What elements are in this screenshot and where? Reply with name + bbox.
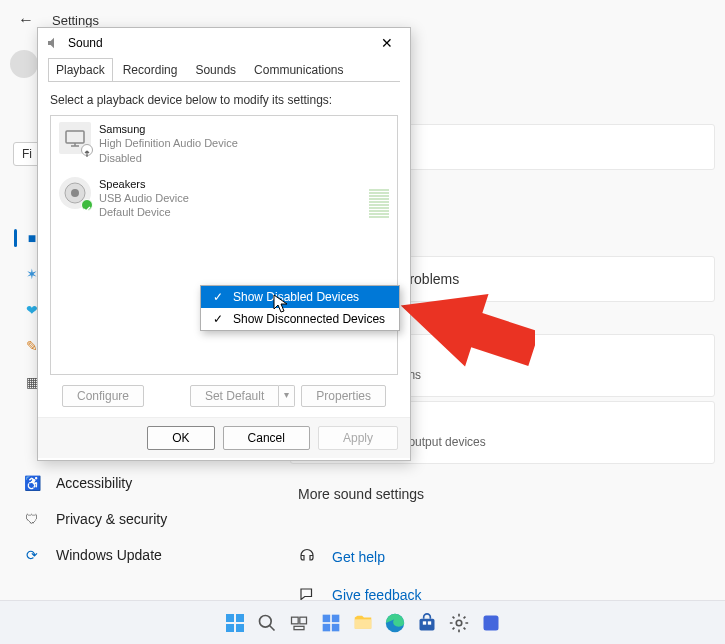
store-icon[interactable] (414, 610, 440, 636)
disabled-badge-icon (81, 144, 93, 156)
widgets-icon[interactable] (318, 610, 344, 636)
get-help-link[interactable]: Get help (290, 538, 715, 576)
update-icon: ⟳ (24, 547, 40, 563)
apply-button[interactable]: Apply (318, 426, 398, 450)
sound-dialog: Sound ✕ Playback Recording Sounds Commun… (37, 27, 411, 461)
callout-arrow-icon (395, 268, 535, 402)
sound-icon (46, 35, 62, 51)
device-status: Default Device (99, 205, 189, 219)
sidebar-item-update[interactable]: ⟳ Windows Update (14, 537, 280, 573)
svg-rect-18 (422, 621, 425, 624)
svg-rect-14 (331, 623, 339, 631)
shield-icon: 🛡 (24, 511, 40, 527)
dialog-title: Sound (68, 36, 372, 50)
svg-point-7 (259, 615, 271, 627)
configure-button[interactable]: Configure (62, 385, 144, 407)
back-button[interactable]: ← (18, 11, 34, 29)
monitor-icon (59, 122, 91, 154)
cursor-icon (273, 294, 289, 317)
taskview-icon[interactable] (286, 610, 312, 636)
svg-point-2 (71, 189, 79, 197)
dialog-titlebar[interactable]: Sound ✕ (38, 28, 410, 58)
settings-taskbar-icon[interactable] (446, 610, 472, 636)
svg-rect-12 (331, 614, 339, 622)
svg-rect-8 (291, 617, 298, 624)
tab-sounds[interactable]: Sounds (187, 58, 244, 82)
set-default-dropdown[interactable]: ▾ (279, 385, 295, 407)
device-name: Speakers (99, 177, 189, 191)
default-badge-icon (81, 199, 93, 211)
tab-recording[interactable]: Recording (115, 58, 186, 82)
dialog-tabs: Playback Recording Sounds Communications (38, 58, 410, 82)
svg-rect-3 (226, 614, 234, 622)
taskbar[interactable] (0, 600, 725, 644)
device-name: Samsung (99, 122, 238, 136)
properties-button[interactable]: Properties (301, 385, 386, 407)
avatar[interactable] (10, 50, 38, 78)
cancel-button[interactable]: Cancel (223, 426, 310, 450)
sidebar-item-label: Accessibility (56, 475, 132, 491)
svg-point-20 (456, 620, 462, 626)
sidebar-item-label: Windows Update (56, 547, 162, 563)
svg-rect-11 (322, 614, 330, 622)
edge-icon[interactable] (382, 610, 408, 636)
device-driver: USB Audio Device (99, 191, 189, 205)
sidebar-item-accessibility[interactable]: ♿ Accessibility (14, 465, 280, 501)
device-status: Disabled (99, 151, 238, 165)
show-disabled-devices-item[interactable]: ✓ Show Disabled Devices (201, 286, 399, 308)
svg-rect-13 (322, 623, 330, 631)
svg-rect-15 (354, 619, 371, 628)
explorer-icon[interactable] (350, 610, 376, 636)
dialog-instruction: Select a playback device below to modify… (50, 93, 398, 107)
svg-rect-5 (226, 624, 234, 632)
sidebar-item-privacy[interactable]: 🛡 Privacy & security (14, 501, 280, 537)
svg-rect-9 (299, 617, 306, 624)
svg-rect-10 (294, 626, 304, 629)
svg-rect-4 (236, 614, 244, 622)
tab-communications[interactable]: Communications (246, 58, 351, 82)
device-speakers[interactable]: Speakers USB Audio Device Default Device (51, 171, 397, 226)
tab-playback[interactable]: Playback (48, 58, 113, 82)
show-disconnected-devices-item[interactable]: ✓ Show Disconnected Devices (201, 308, 399, 330)
context-menu: ✓ Show Disabled Devices ✓ Show Disconnec… (200, 285, 400, 331)
help-icon (298, 548, 316, 566)
more-sound-settings[interactable]: More sound settings (290, 468, 715, 520)
sidebar-item-label: Privacy & security (56, 511, 167, 527)
svg-rect-17 (419, 618, 434, 630)
vu-meter (369, 177, 389, 220)
header-title: Settings (52, 13, 99, 28)
check-icon: ✓ (211, 312, 225, 326)
start-icon[interactable] (222, 610, 248, 636)
speaker-icon (59, 177, 91, 209)
svg-rect-6 (236, 624, 244, 632)
svg-rect-19 (427, 621, 430, 624)
svg-rect-21 (483, 615, 498, 630)
accessibility-icon: ♿ (24, 475, 40, 491)
device-driver: High Definition Audio Device (99, 136, 238, 150)
check-icon: ✓ (211, 290, 225, 304)
search-icon[interactable] (254, 610, 280, 636)
ok-button[interactable]: OK (147, 426, 214, 450)
app-icon[interactable] (478, 610, 504, 636)
device-list[interactable]: Samsung High Definition Audio Device Dis… (50, 115, 398, 375)
close-icon[interactable]: ✕ (372, 35, 402, 51)
set-default-button[interactable]: Set Default (190, 385, 279, 407)
svg-rect-0 (66, 131, 84, 143)
device-samsung[interactable]: Samsung High Definition Audio Device Dis… (51, 116, 397, 171)
